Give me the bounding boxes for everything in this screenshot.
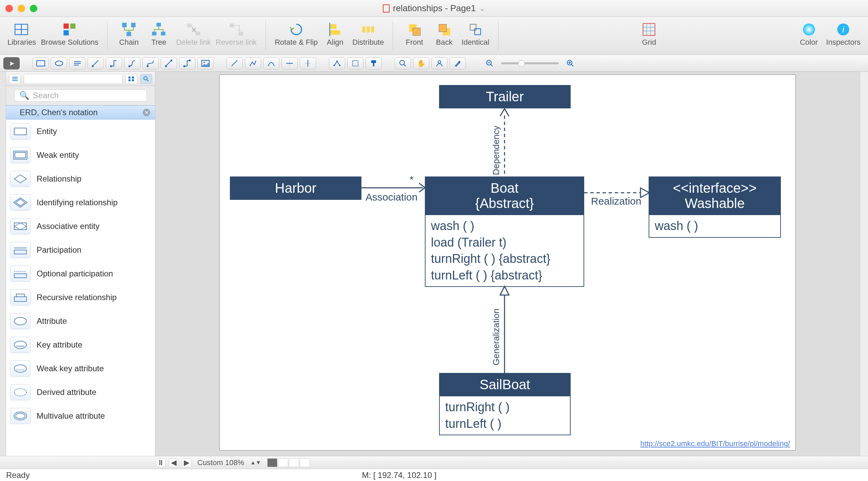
- panel-mode-grid[interactable]: [125, 74, 137, 84]
- uml-trailer[interactable]: Trailer: [439, 85, 571, 108]
- shape-item[interactable]: Participation: [6, 238, 155, 262]
- zoom-window-button[interactable]: [30, 5, 37, 12]
- person-tool[interactable]: [431, 57, 448, 69]
- page-tab-3[interactable]: [289, 458, 299, 467]
- hguide-tool[interactable]: [281, 57, 298, 69]
- text-tool[interactable]: [69, 57, 85, 69]
- library-search-input[interactable]: 🔍 Search: [14, 89, 147, 102]
- zoom-slider-thumb[interactable]: [518, 60, 525, 67]
- polyline-tool[interactable]: [245, 57, 261, 69]
- svg-rect-5: [64, 30, 69, 35]
- panel-header-input[interactable]: [24, 74, 122, 84]
- rotate-flip-button[interactable]: Rotate & Flip: [275, 19, 318, 47]
- inspectors-button[interactable]: i Inspectors: [826, 19, 861, 47]
- shape-item[interactable]: Entity: [6, 120, 155, 143]
- left-rail: [0, 72, 6, 456]
- footer-source-link[interactable]: http://sce2.umkc.edu/BIT/burrise/pl/mode…: [640, 439, 790, 448]
- hand-tool[interactable]: ✋: [413, 57, 429, 69]
- shape-thumb-icon: [10, 337, 31, 353]
- rect-tool[interactable]: [33, 57, 49, 69]
- connector-5-tool[interactable]: [161, 57, 177, 69]
- line-tool[interactable]: [226, 57, 243, 69]
- uml-boat[interactable]: Boat {Abstract} wash ( )load (Trailer t)…: [425, 176, 584, 287]
- color-button[interactable]: Color: [796, 19, 822, 47]
- svg-rect-58: [353, 61, 358, 66]
- zoom-out-button[interactable]: [481, 57, 498, 69]
- image-tool[interactable]: [197, 57, 214, 69]
- pages-pause-icon[interactable]: ⏸: [156, 458, 165, 467]
- align-button[interactable]: Align: [322, 19, 348, 47]
- library-category-header[interactable]: ERD, Chen's notation ✕: [6, 105, 155, 120]
- connector-3-tool[interactable]: [124, 57, 140, 69]
- svg-rect-26: [413, 28, 420, 36]
- format-painter-tool[interactable]: [366, 57, 382, 69]
- chevron-down-icon[interactable]: ⌄: [479, 4, 485, 13]
- shape-item[interactable]: Identifying relationship: [6, 191, 155, 214]
- connector-1-tool[interactable]: [87, 57, 104, 69]
- connector-4-tool[interactable]: [142, 57, 159, 69]
- page-prev-button[interactable]: ◀: [169, 458, 178, 467]
- uml-sailboat[interactable]: SailBoat turnRight ( )turnLeft ( ): [439, 373, 571, 435]
- svg-rect-4: [71, 23, 76, 28]
- shape-item[interactable]: Associative entity: [6, 214, 155, 238]
- shape-item[interactable]: Weak key attribute: [6, 357, 155, 380]
- browse-solutions-button[interactable]: Browse Solutions: [41, 19, 98, 47]
- delete-link-button[interactable]: Delete link: [176, 19, 211, 47]
- pointer-tool[interactable]: ➤: [3, 57, 20, 69]
- front-button[interactable]: Front: [402, 19, 427, 47]
- svg-point-36: [55, 61, 63, 66]
- minimize-window-button[interactable]: [18, 5, 25, 12]
- canvas-scroll[interactable]: Trailer Harbor Boat {Abstract} wash ( )l…: [155, 72, 860, 456]
- page-next-button[interactable]: ▶: [182, 458, 191, 467]
- svg-rect-23: [367, 26, 370, 33]
- shape-item[interactable]: Relationship: [6, 167, 155, 191]
- page-tab-2[interactable]: [278, 458, 288, 467]
- vguide-tool[interactable]: [300, 57, 316, 69]
- shape-item[interactable]: Weak entity: [6, 143, 155, 167]
- shape-item[interactable]: Optional participation: [6, 262, 155, 286]
- distribute-button[interactable]: Distribute: [352, 19, 384, 47]
- right-scroll-gutter[interactable]: [860, 72, 868, 456]
- category-close-icon[interactable]: ✕: [143, 109, 150, 116]
- connector-6-tool[interactable]: [179, 57, 195, 69]
- ellipse-tool[interactable]: [51, 57, 67, 69]
- page-tab-1[interactable]: [267, 458, 277, 467]
- eyedropper-tool[interactable]: [450, 57, 466, 69]
- shape-item[interactable]: Derived attribute: [6, 380, 155, 404]
- zoom-in-button[interactable]: [562, 57, 578, 69]
- shape-item[interactable]: Multivalue attribute: [6, 404, 155, 428]
- zoom-slider[interactable]: [501, 62, 559, 64]
- reverse-link-button[interactable]: Reverse link: [216, 19, 257, 47]
- libraries-button[interactable]: Libraries: [7, 19, 36, 47]
- chain-button[interactable]: Chain: [116, 19, 141, 47]
- edit-points-tool[interactable]: [329, 57, 345, 69]
- zoom-tool[interactable]: [395, 57, 411, 69]
- tree-button[interactable]: Tree: [146, 19, 171, 47]
- panel-mode-search[interactable]: [140, 74, 152, 84]
- identical-icon: [466, 21, 485, 38]
- svg-rect-13: [196, 32, 200, 36]
- connector-2-tool[interactable]: [106, 57, 122, 69]
- shape-label: Recursive relationship: [37, 293, 117, 302]
- svg-rect-89: [14, 297, 26, 301]
- shape-thumb-icon: [10, 218, 31, 234]
- close-window-button[interactable]: [5, 5, 13, 12]
- shape-item[interactable]: Attribute: [6, 309, 155, 333]
- zoom-readout[interactable]: Custom 108%: [195, 458, 247, 467]
- identical-button[interactable]: Identical: [461, 19, 489, 47]
- browse-label: Browse Solutions: [41, 38, 98, 47]
- page-tab-4[interactable]: [300, 458, 310, 467]
- crop-tool[interactable]: [347, 57, 363, 69]
- curve-tool[interactable]: [263, 57, 279, 69]
- shape-item[interactable]: Key attribute: [6, 333, 155, 357]
- panel-mode-list[interactable]: [9, 74, 21, 84]
- grid-button[interactable]: Grid: [636, 19, 662, 47]
- back-button[interactable]: Back: [432, 19, 457, 47]
- uml-washable[interactable]: <<interface>> Washable wash ( ): [649, 176, 781, 238]
- diagram-page[interactable]: Trailer Harbor Boat {Abstract} wash ( )l…: [219, 75, 796, 451]
- page-tabs: [267, 458, 310, 467]
- shape-item[interactable]: Recursive relationship: [6, 286, 155, 309]
- link-association[interactable]: [361, 187, 423, 188]
- uml-harbor[interactable]: Harbor: [230, 176, 361, 200]
- zoom-stepper-icon[interactable]: ▲▼: [250, 460, 261, 466]
